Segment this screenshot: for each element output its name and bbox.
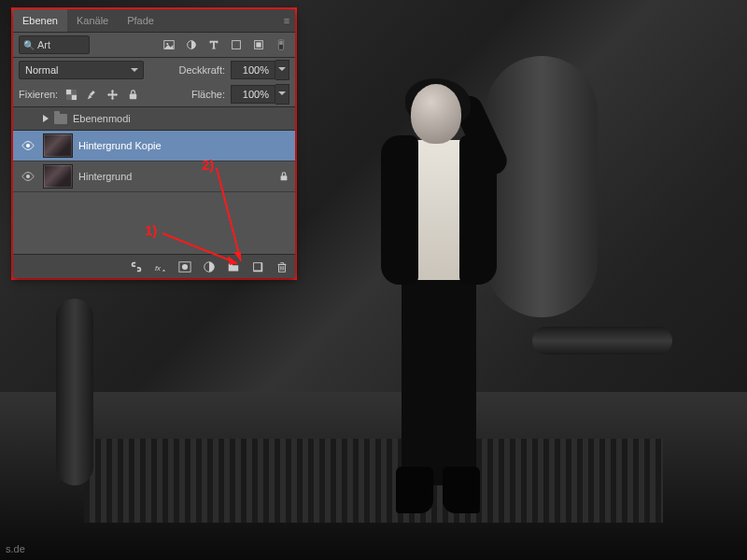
svg-rect-12 [90, 91, 95, 96]
filter-kind-value: Art [37, 39, 50, 50]
svg-rect-8 [66, 89, 72, 94]
filter-shape-icon[interactable] [228, 36, 245, 53]
layers-empty-area[interactable] [13, 192, 295, 252]
workspace-canvas: s.de Ebenen Kanäle Pfade ≡ 🔍 Art [0, 0, 747, 560]
svg-rect-11 [66, 94, 72, 100]
lock-fill-row: Fixieren: Fläche: 100% [13, 82, 295, 106]
tab-layers[interactable]: Ebenen [13, 9, 67, 32]
lock-label: Fixieren: [19, 89, 58, 100]
svg-rect-5 [256, 42, 261, 47]
svg-text:fx: fx [155, 263, 162, 272]
layers-panel: Ebenen Kanäle Pfade ≡ 🔍 Art [13, 9, 295, 278]
blend-mode-value: Normal [25, 64, 58, 76]
tutorial-highlight-box: Ebenen Kanäle Pfade ≡ 🔍 Art [11, 7, 297, 280]
tab-paths[interactable]: Pfade [118, 9, 163, 32]
new-group-folder-icon[interactable] [226, 259, 241, 274]
svg-point-19 [182, 263, 188, 269]
lock-all-icon[interactable] [125, 87, 140, 102]
bg-pipe [56, 299, 93, 485]
layer-row[interactable]: Hintergrund [13, 161, 295, 192]
layer-thumbnail[interactable] [43, 164, 73, 189]
bg-pipe [532, 327, 672, 355]
layer-name[interactable]: Hintergrund Kopie [78, 140, 289, 151]
chevron-down-icon[interactable] [275, 60, 289, 80]
layer-row-selected[interactable]: Hintergrund Kopie [13, 131, 295, 161]
filter-toggle-switch[interactable] [273, 36, 289, 53]
new-adjustment-layer-icon[interactable] [202, 259, 217, 274]
layer-group-row[interactable]: Ebenenmodi [13, 106, 295, 131]
layer-name[interactable]: Hintergrund [78, 171, 273, 182]
visibility-eye-icon[interactable] [21, 139, 35, 152]
layer-filter-row: 🔍 Art [13, 33, 295, 57]
disclosure-triangle-icon[interactable] [43, 115, 49, 122]
fill-input[interactable]: 100% [231, 84, 289, 105]
panel-tab-bar: Ebenen Kanäle Pfade ≡ [13, 9, 295, 33]
svg-rect-9 [71, 94, 77, 100]
fill-label: Fläche: [191, 89, 225, 100]
svg-rect-21 [254, 262, 262, 271]
visibility-eye-icon[interactable] [21, 170, 35, 183]
svg-point-15 [26, 175, 30, 178]
opacity-label: Deckkraft: [178, 64, 225, 76]
svg-rect-10 [71, 89, 77, 94]
filter-adjustment-icon[interactable] [183, 36, 200, 53]
lock-transparency-icon[interactable] [63, 87, 78, 102]
link-layers-icon[interactable] [129, 259, 144, 274]
svg-point-14 [26, 144, 30, 147]
layer-filter-kind-select[interactable]: 🔍 Art [19, 35, 90, 54]
delete-trash-icon[interactable] [275, 259, 289, 274]
layers-bottom-bar: fx [13, 254, 295, 278]
opacity-value: 100% [231, 61, 275, 79]
svg-rect-16 [281, 175, 288, 180]
group-name: Ebenenmodi [73, 113, 131, 124]
svg-rect-3 [233, 41, 241, 49]
new-layer-icon[interactable] [250, 259, 265, 274]
add-mask-icon[interactable] [177, 259, 192, 274]
fill-value: 100% [231, 85, 275, 104]
filter-smart-icon[interactable] [250, 36, 267, 53]
filter-type-icon[interactable] [205, 36, 222, 53]
search-icon: 🔍 [23, 40, 35, 50]
blend-mode-select[interactable]: Normal [19, 61, 144, 79]
layer-thumbnail[interactable] [43, 133, 73, 158]
blend-opacity-row: Normal Deckkraft: 100% [13, 58, 295, 82]
opacity-input[interactable]: 100% [231, 60, 289, 80]
lock-pixels-brush-icon[interactable] [84, 87, 99, 102]
chevron-down-icon[interactable] [275, 84, 289, 105]
svg-rect-13 [129, 93, 135, 99]
tab-channels[interactable]: Kanäle [67, 9, 118, 32]
lock-position-move-icon[interactable] [105, 87, 120, 102]
layer-style-fx-icon[interactable]: fx [153, 259, 168, 274]
filter-pixel-icon[interactable] [161, 36, 177, 53]
watermark-text: s.de [6, 543, 25, 554]
panel-menu-icon[interactable]: ≡ [278, 9, 295, 32]
svg-point-1 [166, 43, 168, 45]
svg-rect-7 [279, 41, 283, 45]
lock-icon [278, 171, 289, 182]
folder-icon [54, 114, 67, 124]
bg-model-figure [355, 84, 523, 513]
